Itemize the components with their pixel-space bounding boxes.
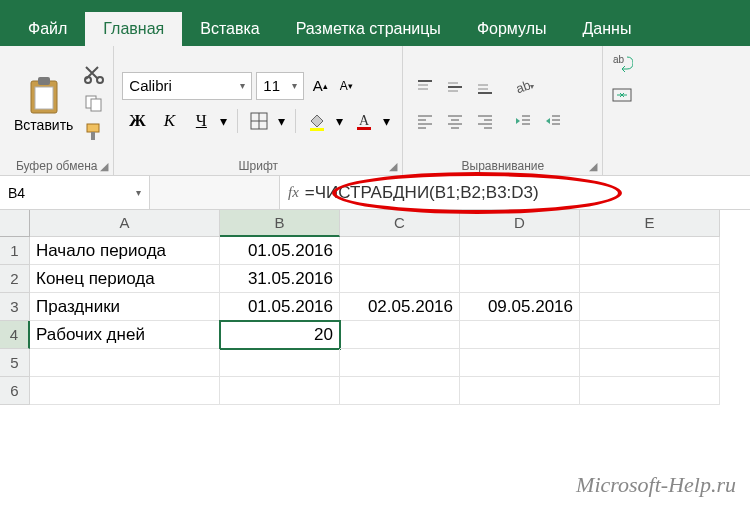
cell-d1[interactable] — [460, 237, 580, 265]
cell-a3[interactable]: Праздники — [30, 293, 220, 321]
orientation-button[interactable]: ab▾ — [509, 73, 537, 101]
row-header[interactable]: 2 — [0, 265, 30, 293]
borders-button[interactable] — [244, 106, 274, 136]
cell-b5[interactable] — [220, 349, 340, 377]
cell-e3[interactable] — [580, 293, 720, 321]
wrap-text-icon: ab — [611, 53, 633, 73]
chevron-down-icon[interactable]: ▾ — [379, 113, 394, 129]
align-top-icon — [416, 78, 434, 96]
decrease-font-button[interactable]: A▾ — [334, 72, 358, 100]
chevron-down-icon[interactable]: ▾ — [332, 113, 347, 129]
chevron-down-icon[interactable]: ▾ — [274, 113, 289, 129]
cut-button[interactable] — [83, 64, 105, 87]
cell-e1[interactable] — [580, 237, 720, 265]
cell-c3[interactable]: 02.05.2016 — [340, 293, 460, 321]
cell-c6[interactable] — [340, 377, 460, 405]
name-box[interactable]: B4 ▾ — [0, 176, 150, 209]
tab-page-layout[interactable]: Разметка страницы — [278, 12, 459, 46]
watermark: Microsoft-Help.ru — [576, 472, 736, 498]
italic-button[interactable]: К — [154, 106, 184, 136]
format-painter-button[interactable] — [83, 122, 105, 145]
merge-cells-button[interactable] — [609, 82, 635, 108]
font-dialog-launcher[interactable]: ◢ — [386, 159, 400, 173]
col-header-a[interactable]: A — [30, 210, 220, 237]
chevron-down-icon[interactable]: ▾ — [216, 113, 231, 129]
tab-data[interactable]: Данны — [565, 12, 650, 46]
font-size-value: 11 — [263, 77, 280, 94]
formula-bar: B4 ▾ fx =ЧИСТРАБДНИ(B1;B2;B3:D3) — [0, 176, 750, 210]
col-header-e[interactable]: E — [580, 210, 720, 237]
cell-c5[interactable] — [340, 349, 460, 377]
cell-d6[interactable] — [460, 377, 580, 405]
cell-d3[interactable]: 09.05.2016 — [460, 293, 580, 321]
col-header-b[interactable]: B — [220, 210, 340, 237]
font-color-button[interactable]: А — [349, 106, 379, 136]
tab-formulas[interactable]: Формулы — [459, 12, 565, 46]
cell-e6[interactable] — [580, 377, 720, 405]
align-bottom-button[interactable] — [471, 73, 499, 101]
cell-d5[interactable] — [460, 349, 580, 377]
tab-file[interactable]: Файл — [10, 12, 85, 46]
font-group-label: Шрифт — [122, 157, 394, 173]
align-left-button[interactable] — [411, 107, 439, 135]
wrap-text-button[interactable]: ab — [609, 50, 635, 76]
font-size-combo[interactable]: 11 ▾ — [256, 72, 304, 100]
clipboard-paste-icon — [26, 75, 62, 115]
group-font: Calibri ▾ 11 ▾ A▴ A▾ Ж К Ч ▾ — [114, 46, 403, 175]
font-name-combo[interactable]: Calibri ▾ — [122, 72, 252, 100]
cell-a1[interactable]: Начало периода — [30, 237, 220, 265]
decrease-indent-button[interactable] — [509, 107, 537, 135]
worksheet-grid[interactable]: A B C D E 1 Начало периода 01.05.2016 2 … — [0, 210, 750, 405]
row-header[interactable]: 6 — [0, 377, 30, 405]
cell-e4[interactable] — [580, 321, 720, 349]
cell-a2[interactable]: Конец периода — [30, 265, 220, 293]
cell-c2[interactable] — [340, 265, 460, 293]
group-alignment: ab▾ Выравнивание ◢ — [403, 46, 603, 175]
col-header-d[interactable]: D — [460, 210, 580, 237]
bold-button[interactable]: Ж — [122, 106, 152, 136]
cell-a6[interactable] — [30, 377, 220, 405]
cell-b3[interactable]: 01.05.2016 — [220, 293, 340, 321]
tab-insert[interactable]: Вставка — [182, 12, 277, 46]
fx-icon[interactable]: fx — [288, 184, 299, 201]
tab-home[interactable]: Главная — [85, 12, 182, 46]
increase-indent-button[interactable] — [539, 107, 567, 135]
svg-text:ab: ab — [613, 54, 625, 65]
cell-a5[interactable] — [30, 349, 220, 377]
align-middle-button[interactable] — [441, 73, 469, 101]
svg-point-3 — [85, 77, 91, 83]
align-right-button[interactable] — [471, 107, 499, 135]
increase-indent-icon — [544, 112, 562, 130]
cell-e5[interactable] — [580, 349, 720, 377]
select-all-corner[interactable] — [0, 210, 30, 237]
row-header[interactable]: 4 — [0, 321, 30, 349]
title-bar — [0, 0, 750, 8]
cell-b6[interactable] — [220, 377, 340, 405]
decrease-indent-icon — [514, 112, 532, 130]
underline-button[interactable]: Ч — [186, 106, 216, 136]
col-header-c[interactable]: C — [340, 210, 460, 237]
cell-c1[interactable] — [340, 237, 460, 265]
alignment-dialog-launcher[interactable]: ◢ — [586, 159, 600, 173]
row-header[interactable]: 3 — [0, 293, 30, 321]
ribbon-tabs: Файл Главная Вставка Разметка страницы Ф… — [0, 8, 750, 46]
cell-b2[interactable]: 31.05.2016 — [220, 265, 340, 293]
align-center-button[interactable] — [441, 107, 469, 135]
row-header[interactable]: 5 — [0, 349, 30, 377]
cell-d4[interactable] — [460, 321, 580, 349]
copy-button[interactable] — [83, 93, 105, 116]
clipboard-dialog-launcher[interactable]: ◢ — [97, 159, 111, 173]
paste-label: Вставить — [14, 117, 73, 133]
cell-b1[interactable]: 01.05.2016 — [220, 237, 340, 265]
cell-c4[interactable] — [340, 321, 460, 349]
cell-e2[interactable] — [580, 265, 720, 293]
cell-d2[interactable] — [460, 265, 580, 293]
row-header[interactable]: 1 — [0, 237, 30, 265]
cell-b4[interactable]: 20 — [220, 321, 340, 349]
increase-font-button[interactable]: A▴ — [308, 72, 332, 100]
formula-input[interactable]: =ЧИСТРАБДНИ(B1;B2;B3:D3) — [305, 183, 742, 203]
paste-button[interactable]: Вставить — [8, 71, 79, 137]
align-top-button[interactable] — [411, 73, 439, 101]
cell-a4[interactable]: Рабочих дней — [30, 321, 220, 349]
fill-color-button[interactable] — [302, 106, 332, 136]
